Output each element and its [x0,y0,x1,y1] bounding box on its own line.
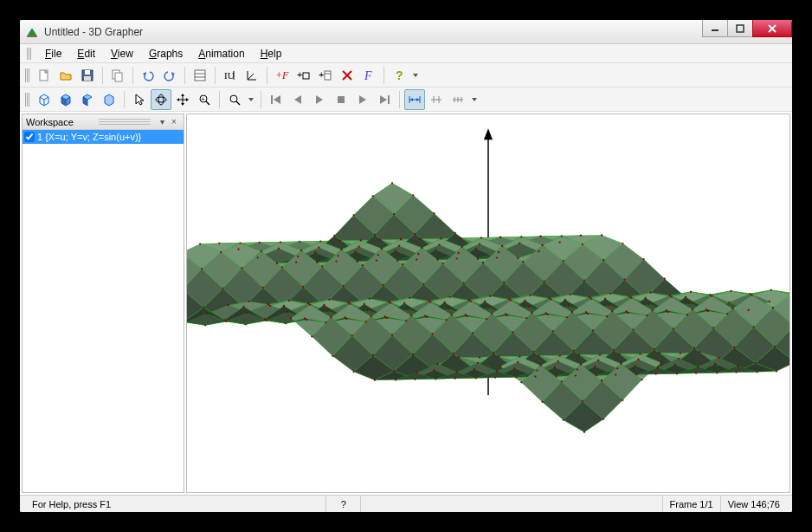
next-frame-button[interactable] [352,89,373,110]
stop-button[interactable] [331,89,351,110]
svg-point-507 [350,303,351,305]
zoom-button[interactable]: + [194,89,215,110]
first-frame-button[interactable] [266,89,287,110]
svg-point-525 [622,243,623,244]
svg-point-571 [666,309,667,311]
dimension-h3-button[interactable] [448,89,468,110]
close-button[interactable] [752,20,792,37]
undo-button[interactable] [138,65,158,86]
copy-button[interactable] [107,65,128,86]
svg-point-446 [285,322,287,324]
menu-help[interactable]: Help [254,46,289,62]
svg-point-642 [538,354,539,356]
magnify-button[interactable] [224,89,245,110]
svg-point-495 [580,235,582,237]
svg-point-407 [416,258,417,260]
dropdown-icon[interactable] [246,89,256,110]
save-button[interactable] [77,65,98,86]
svg-point-659 [520,381,522,383]
function-italic-button[interactable]: F [358,65,379,86]
svg-point-589 [628,295,630,297]
svg-point-605 [630,297,632,299]
svg-point-424 [398,244,400,246]
dropdown-icon[interactable] [410,65,421,86]
graph-visibility-checkbox[interactable] [24,132,35,142]
svg-point-653 [635,373,637,375]
menu-view[interactable]: View [104,46,140,62]
move-button[interactable] [172,89,193,110]
svg-point-515 [505,313,506,315]
svg-point-547 [508,298,510,300]
maximize-button[interactable] [727,20,753,37]
3d-viewport[interactable] [186,114,790,493]
svg-point-369 [218,243,220,244]
svg-point-549 [470,301,472,302]
svg-point-521 [390,302,391,304]
svg-point-367 [257,256,259,258]
svg-point-541 [623,279,625,281]
redo-button[interactable] [159,65,180,86]
svg-point-543 [585,311,587,313]
help-button[interactable]: ? [389,65,409,86]
last-frame-button[interactable] [374,89,395,110]
svg-point-615 [747,309,749,311]
add-function-button[interactable]: +F [272,65,293,86]
rotate-button[interactable] [151,89,171,110]
dimension-h-button[interactable] [404,89,425,110]
cube-wireframe-button[interactable] [34,89,55,110]
svg-point-652 [655,373,657,374]
svg-point-376 [393,213,395,215]
cube-shaded-button[interactable] [77,89,98,110]
axes-u-button[interactable]: IU [220,65,241,86]
separator-icon [184,67,185,84]
svg-point-488 [405,320,407,321]
toolbar-grip-icon [25,68,29,82]
cube-solid-button[interactable] [55,89,76,110]
axes-l-button[interactable] [242,65,262,86]
svg-point-621 [632,328,634,330]
new-file-button[interactable] [34,65,55,86]
add-box-button[interactable]: + [293,65,314,86]
prev-frame-button[interactable] [287,89,308,110]
svg-point-386 [201,268,203,269]
delete-button[interactable] [337,65,358,86]
svg-point-689 [563,419,564,421]
svg-point-409 [377,254,379,256]
toolbar-2: + [20,88,792,112]
svg-point-567 [433,369,435,371]
graph-list-item[interactable]: 1 {X=u; Y=v; Z=sin(u+v)} [23,130,184,144]
svg-point-628 [498,355,499,357]
svg-point-643 [519,355,520,357]
svg-point-432 [244,323,246,325]
separator-icon [267,67,267,84]
svg-point-576 [570,294,571,295]
svg-point-607 [592,329,594,331]
svg-point-638 [615,373,616,375]
pin-icon[interactable]: ▾ [156,117,168,127]
open-file-button[interactable] [55,65,76,86]
menu-graphs[interactable]: Graphs [142,46,190,62]
menu-animation[interactable]: Animation [191,46,251,62]
cube-light-button[interactable] [99,89,119,110]
svg-point-626 [536,369,538,371]
menubar-grip-icon [27,48,31,60]
svg-point-568 [414,379,416,380]
svg-point-670 [618,353,620,354]
menu-edit[interactable]: Edit [70,46,102,62]
status-frame: Frame 1/1 [662,496,720,512]
pointer-button[interactable] [129,89,150,110]
svg-point-557 [625,310,627,312]
close-panel-icon[interactable]: × [168,117,180,127]
svg-point-636 [654,348,655,350]
svg-point-364 [314,251,316,253]
properties-button[interactable] [190,65,210,86]
svg-point-698 [699,351,700,353]
dimension-h2-button[interactable] [426,89,447,110]
svg-point-535 [429,302,431,303]
minimize-button[interactable] [702,20,728,37]
add-sheet-button[interactable]: + [315,65,336,86]
menu-file[interactable]: File [38,46,68,62]
svg-point-456 [402,263,403,265]
play-button[interactable] [309,89,330,110]
dropdown-icon[interactable] [469,89,480,110]
